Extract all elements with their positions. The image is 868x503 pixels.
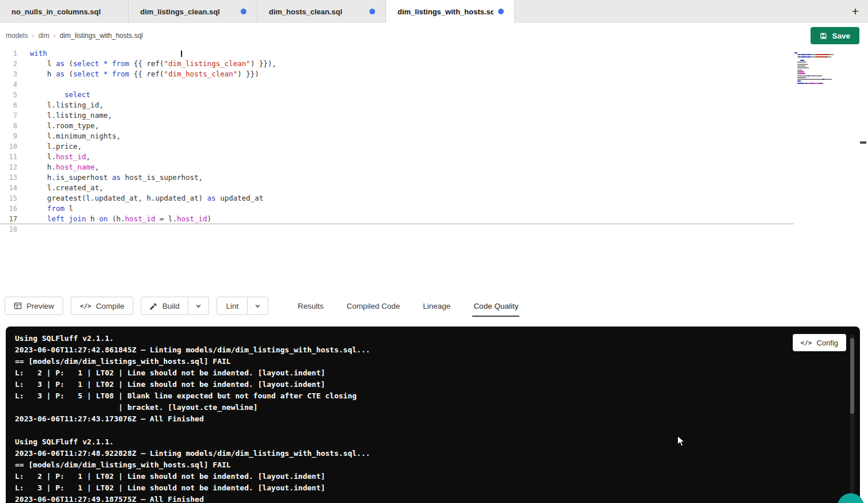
terminal-output: Using SQLFluff v2.1.1.2023-06-06T11:27:4… (15, 333, 860, 503)
code-line-9[interactable]: 9 l.minimum_nights, (0, 131, 794, 141)
build-button[interactable]: Build (141, 297, 188, 315)
line-number: 10 (0, 141, 17, 152)
breadcrumb-item: dim_listings_with_hosts.sql (60, 32, 143, 40)
file-tab-bar-tabs: no_nulls_in_columns.sqldim_listings_clea… (0, 0, 515, 23)
editor-minimap[interactable] (794, 52, 835, 86)
terminal-line (15, 425, 860, 436)
code-line-16[interactable]: 16 from l (0, 203, 794, 214)
code-line-10[interactable]: 10 l.price, (0, 141, 794, 152)
code-icon: </> (80, 302, 91, 310)
file-tab-dim-listings-with-hosts[interactable]: dim_listings_with_hosts.sql (386, 0, 515, 23)
code-line-17[interactable]: 17 left join h on (h.host_id = l.host_id… (0, 214, 794, 224)
code-text: greatest(l.updated_at, h.updated_at) as … (30, 193, 263, 203)
preview-button[interactable]: Preview (5, 297, 63, 315)
code-line-1[interactable]: 1with (0, 48, 794, 59)
save-floppy-icon (820, 32, 827, 40)
code-line-13[interactable]: 13 h.is_superhost as host_is_superhost, (0, 172, 794, 183)
editor-scrollbar-thumb[interactable] (860, 141, 866, 144)
code-icon: </> (801, 339, 812, 347)
code-text: l.price, (30, 141, 82, 152)
new-tab-button[interactable]: + (846, 0, 865, 23)
terminal-line: L: 3 | P: 1 | LT02 | Line should not be … (15, 482, 860, 494)
result-tabs: ResultsCompiled CodeLineageCode Quality (296, 292, 519, 320)
line-number: 5 (0, 90, 17, 100)
save-button[interactable]: Save (811, 27, 859, 44)
build-dropdown-button[interactable] (188, 297, 209, 315)
code-line-18[interactable]: 18 (0, 224, 794, 235)
toolbar-actions: Preview</>CompileBuildLint (5, 297, 276, 315)
breadcrumb: models›dim›dim_listings_with_hosts.sql (6, 32, 143, 40)
file-tab-label: dim_listings_with_hosts.sql (398, 7, 493, 16)
line-number: 7 (0, 110, 17, 121)
tab-compiled-code[interactable]: Compiled Code (345, 292, 401, 320)
code-text: l.minimum_nights, (30, 131, 121, 141)
line-number: 3 (0, 69, 17, 79)
save-button-label: Save (832, 32, 850, 40)
terminal-line: 2023-06-06T11:27:48.922828Z — Linting mo… (15, 448, 860, 459)
code-line-4[interactable]: 4 (0, 79, 794, 90)
code-line-11[interactable]: 11 l.host_id, (0, 152, 794, 162)
line-number: 6 (0, 100, 17, 110)
code-line-5[interactable]: 5 select (0, 90, 794, 100)
code-line-12[interactable]: 12 h.host_name, (0, 162, 794, 172)
code-text: from l (30, 203, 73, 214)
unsaved-changes-dot (498, 9, 504, 14)
minimap-line (794, 85, 835, 86)
compile-button[interactable]: </>Compile (71, 297, 133, 315)
file-tab-dim-hosts-clean[interactable]: dim_hosts_clean.sql (257, 0, 386, 23)
code-text: l.listing_name, (30, 110, 112, 121)
compile-button-label: Compile (96, 302, 125, 310)
line-number: 11 (0, 152, 17, 162)
file-tab-label: dim_hosts_clean.sql (269, 7, 365, 16)
code-editor[interactable]: 1with2 l as (select * from {{ ref("dim_l… (0, 48, 868, 292)
line-number: 15 (0, 193, 17, 203)
line-number: 8 (0, 121, 17, 131)
tab-lineage[interactable]: Lineage (422, 292, 452, 320)
config-button-label: Config (816, 339, 838, 347)
terminal-line: 2023-06-06T11:27:42.861845Z — Linting mo… (15, 344, 860, 356)
code-line-3[interactable]: 3 h as (select * from {{ ref("dim_hosts_… (0, 69, 794, 79)
code-text: with (30, 48, 47, 59)
preview-button-label: Preview (26, 302, 54, 310)
lint-button[interactable]: Lint (217, 297, 248, 315)
code-line-7[interactable]: 7 l.listing_name, (0, 110, 794, 121)
terminal-line: Using SQLFluff v2.1.1. (15, 436, 860, 448)
code-line-2[interactable]: 2 l as (select * from {{ ref("dim_listin… (0, 59, 794, 69)
file-tab-no-nulls-in-columns[interactable]: no_nulls_in_columns.sql (0, 0, 129, 23)
terminal-line: Using SQLFluff v2.1.1. (15, 333, 860, 344)
file-tab-bar: no_nulls_in_columns.sqldim_listings_clea… (0, 0, 868, 23)
tab-results[interactable]: Results (296, 292, 325, 320)
lint-config-button[interactable]: </> Config (793, 334, 846, 351)
line-number: 9 (0, 131, 17, 141)
breadcrumb-item: dim (38, 32, 49, 40)
code-text: l.listing_id, (30, 100, 103, 110)
terminal-line: L: 3 | P: 1 | LT02 | Line should not be … (15, 379, 860, 390)
code-text: h.is_superhost as host_is_superhost, (30, 172, 203, 183)
code-text: l as (select * from {{ ref("dim_listings… (30, 59, 276, 69)
tab-code-quality[interactable]: Code Quality (472, 292, 519, 320)
code-text: l.created_at, (30, 183, 103, 193)
terminal-line: | bracket. [layout.cte_newline] (15, 402, 860, 413)
code-line-15[interactable]: 15 greatest(l.updated_at, h.updated_at) … (0, 193, 794, 203)
lint-split-button: Lint (217, 297, 268, 315)
line-number: 2 (0, 59, 17, 69)
line-number: 1 (0, 48, 17, 59)
code-line-8[interactable]: 8 l.room_type, (0, 121, 794, 131)
lint-dropdown-button[interactable] (248, 297, 268, 315)
unsaved-changes-dot (241, 9, 246, 14)
breadcrumb-separator: › (49, 32, 60, 40)
breadcrumb-item: models (6, 32, 28, 40)
file-tab-dim-listings-clean[interactable]: dim_listings_clean.sql (129, 0, 257, 23)
line-number: 14 (0, 183, 17, 193)
table-icon (14, 302, 22, 310)
terminal-panel: Using SQLFluff v2.1.1.2023-06-06T11:27:4… (6, 327, 860, 503)
editor-toolbar: Preview</>CompileBuildLint ResultsCompil… (0, 292, 868, 320)
terminal-scrollbar-thumb[interactable] (850, 338, 854, 414)
line-number: 17 (0, 214, 17, 224)
code-line-14[interactable]: 14 l.created_at, (0, 183, 794, 193)
code-line-6[interactable]: 6 l.listing_id, (0, 100, 794, 110)
code-text: l.host_id, (30, 152, 90, 162)
build-button-label: Build (162, 302, 179, 310)
terminal-line: L: 2 | P: 1 | LT02 | Line should not be … (15, 367, 860, 379)
code-text: l.room_type, (30, 121, 99, 131)
